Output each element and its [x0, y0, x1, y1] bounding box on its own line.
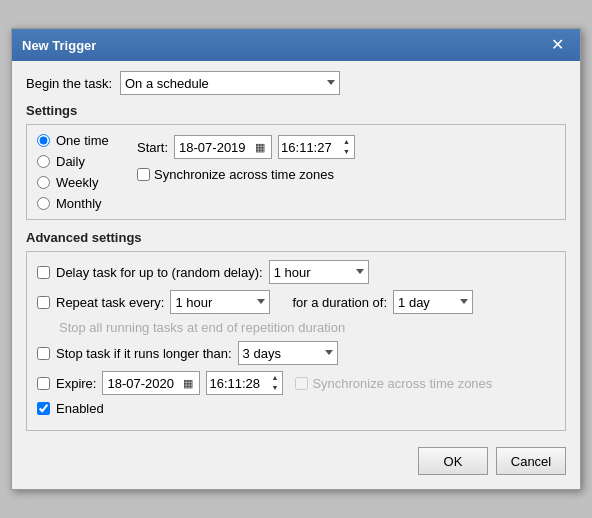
start-time-up-button[interactable]: ▲	[341, 137, 352, 147]
radio-daily-label[interactable]: Daily	[56, 154, 85, 169]
button-row: OK Cancel	[26, 441, 566, 479]
stop-all-row: Stop all running tasks at end of repetit…	[59, 320, 555, 335]
expire-time-up-button[interactable]: ▲	[269, 373, 280, 383]
radio-onetime-input[interactable]	[37, 134, 50, 147]
settings-inner: One time Daily Weekly Monthly	[37, 133, 555, 211]
start-time-spinner: ▲ ▼	[341, 137, 352, 157]
enabled-checkbox[interactable]	[37, 402, 50, 415]
stop-task-label[interactable]: Stop task if it runs longer than:	[56, 346, 232, 361]
expire-date-picker-button[interactable]: ▦	[181, 377, 195, 390]
delay-task-row: Delay task for up to (random delay): 1 h…	[37, 260, 555, 284]
start-time-field: ▲ ▼	[278, 135, 355, 159]
advanced-section: Delay task for up to (random delay): 1 h…	[26, 251, 566, 431]
start-area: Start: ▦ ▲ ▼	[137, 133, 555, 211]
expire-sync-checkbox[interactable]	[295, 377, 308, 390]
sync-check-area: Synchronize across time zones	[137, 167, 334, 182]
enabled-row: Enabled	[37, 401, 555, 416]
radio-monthly: Monthly	[37, 196, 127, 211]
begin-task-label: Begin the task:	[26, 76, 112, 91]
settings-section-label: Settings	[26, 103, 566, 118]
radio-weekly: Weekly	[37, 175, 127, 190]
delay-task-label[interactable]: Delay task for up to (random delay):	[56, 265, 263, 280]
start-date-input[interactable]	[179, 140, 251, 155]
radio-weekly-input[interactable]	[37, 176, 50, 189]
repeat-task-select[interactable]: 1 hour 5 minutes 10 minutes	[170, 290, 270, 314]
title-bar: New Trigger ✕	[12, 29, 580, 61]
radio-monthly-label[interactable]: Monthly	[56, 196, 102, 211]
radio-weekly-label[interactable]: Weekly	[56, 175, 98, 190]
stop-task-checkbox[interactable]	[37, 347, 50, 360]
start-row: Start: ▦ ▲ ▼	[137, 135, 555, 182]
radio-daily: Daily	[37, 154, 127, 169]
cancel-button[interactable]: Cancel	[496, 447, 566, 475]
expire-time-down-button[interactable]: ▼	[269, 383, 280, 393]
dialog-title: New Trigger	[22, 38, 96, 53]
delay-task-checkbox[interactable]	[37, 266, 50, 279]
ok-button[interactable]: OK	[418, 447, 488, 475]
start-time-input[interactable]	[281, 140, 339, 155]
radio-daily-input[interactable]	[37, 155, 50, 168]
close-button[interactable]: ✕	[545, 35, 570, 55]
repeat-task-checkbox[interactable]	[37, 296, 50, 309]
stop-task-row: Stop task if it runs longer than: 3 days…	[37, 341, 555, 365]
expire-sync-label: Synchronize across time zones	[312, 376, 492, 391]
dialog-body: Begin the task: On a schedule At log on …	[12, 61, 580, 489]
schedule-radio-group: One time Daily Weekly Monthly	[37, 133, 127, 211]
radio-onetime: One time	[37, 133, 127, 148]
enabled-label[interactable]: Enabled	[56, 401, 104, 416]
duration-label: for a duration of:	[292, 295, 387, 310]
start-time-down-button[interactable]: ▼	[341, 147, 352, 157]
radio-monthly-input[interactable]	[37, 197, 50, 210]
begin-task-row: Begin the task: On a schedule At log on …	[26, 71, 566, 95]
delay-task-select[interactable]: 1 hour 30 minutes 2 hours	[269, 260, 369, 284]
duration-area: for a duration of: 1 day 12 hours Indefi…	[292, 290, 473, 314]
start-date-picker-button[interactable]: ▦	[253, 141, 267, 154]
expire-time-spinner: ▲ ▼	[269, 373, 280, 393]
stop-task-select[interactable]: 3 days 1 day 12 hours	[238, 341, 338, 365]
repeat-task-label[interactable]: Repeat task every:	[56, 295, 164, 310]
stop-all-label: Stop all running tasks at end of repetit…	[59, 320, 345, 335]
repeat-task-row: Repeat task every: 1 hour 5 minutes 10 m…	[37, 290, 555, 314]
expire-time-input[interactable]	[209, 376, 267, 391]
advanced-section-label: Advanced settings	[26, 230, 566, 245]
duration-select[interactable]: 1 day 12 hours Indefinitely	[393, 290, 473, 314]
settings-box: One time Daily Weekly Monthly	[26, 124, 566, 220]
expire-date-input[interactable]	[107, 376, 179, 391]
expire-label[interactable]: Expire:	[56, 376, 96, 391]
radio-onetime-label[interactable]: One time	[56, 133, 109, 148]
expire-row: Expire: ▦ ▲ ▼ Synchronize across time zo…	[37, 371, 555, 395]
expire-sync-area: Synchronize across time zones	[295, 376, 492, 391]
new-trigger-dialog: New Trigger ✕ Begin the task: On a sched…	[11, 28, 581, 490]
begin-task-select[interactable]: On a schedule At log on At startup	[120, 71, 340, 95]
expire-time-field: ▲ ▼	[206, 371, 283, 395]
sync-timezone-label[interactable]: Synchronize across time zones	[154, 167, 334, 182]
start-label: Start:	[137, 140, 168, 155]
sync-timezone-checkbox[interactable]	[137, 168, 150, 181]
expire-checkbox[interactable]	[37, 377, 50, 390]
expire-date-field: ▦	[102, 371, 200, 395]
start-date-field: ▦	[174, 135, 272, 159]
